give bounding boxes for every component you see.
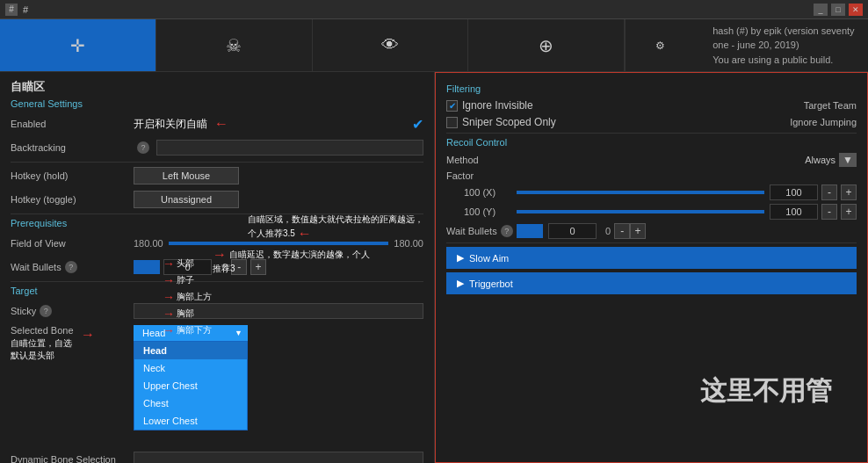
fov-annotation: 自瞄区域，数值越大就代表拉枪的距离越远，个人推荐3.5 ←	[248, 213, 423, 243]
crosshair-icon: ✛	[70, 35, 85, 56]
recoil-x-val[interactable]: 100	[770, 184, 818, 200]
selected-bone-annotation2: 默认是头部	[11, 350, 54, 362]
tab-misc[interactable]: ⊕	[468, 19, 625, 71]
enabled-label: Enabled	[11, 119, 134, 129]
wait-bullets-help-icon[interactable]: ?	[65, 261, 77, 273]
hotkey-toggle-label: Hotkey (toggle)	[11, 194, 134, 205]
sticky-row: Sticky ?	[11, 301, 423, 321]
red-arrow-enabled: ←	[214, 116, 228, 132]
tab-players[interactable]: ☠	[156, 19, 313, 71]
app-icon: #	[5, 4, 18, 16]
filtering-title: Filtering	[446, 83, 857, 94]
slow-aim-arrow-icon: ▶	[457, 252, 464, 264]
bone-cn-labels: → 头部 → 脖子 → 胸部上方 → 胸部	[163, 255, 212, 338]
sticky-label: Sticky ?	[11, 305, 134, 317]
tab-settings[interactable]: ⚙	[625, 19, 695, 71]
minimize-button[interactable]: _	[814, 4, 828, 16]
left-section-label: 自瞄区	[11, 79, 45, 95]
recoil-x-row: 100 (X) 100 - +	[464, 184, 857, 200]
fov-label: Field of View	[11, 238, 134, 249]
sniper-scoped-label: Sniper Scoped Only	[462, 116, 556, 128]
recoil-wait-blue-block	[517, 224, 543, 238]
backtracking-label: Backtracking	[11, 142, 134, 153]
enabled-row: Enabled 开启和关闭自瞄 ← ✔	[11, 114, 423, 134]
recoil-wait-minus[interactable]: -	[614, 223, 630, 239]
window-controls: _ □ ✕	[814, 4, 863, 16]
recoil-wait-stepper: 0	[548, 223, 597, 239]
nav-tabs: ✛ ☠ 👁 ⊕ ⚙ hash (#) by epik (version seve…	[0, 19, 868, 72]
skull-icon: ☠	[226, 35, 242, 56]
recoil-x-slider[interactable]	[517, 191, 764, 194]
recoil-x-minus[interactable]: -	[821, 184, 837, 200]
hash-info: hash (#) by epik (version seventy one - …	[712, 24, 868, 53]
recoil-y-minus[interactable]: -	[821, 204, 837, 220]
recoil-title: Recoil Control	[446, 137, 857, 148]
recoil-wait-plus[interactable]: +	[630, 223, 646, 239]
triggerbot-label: Triggerbot	[469, 279, 513, 289]
big-text-label: 这里不用管	[700, 373, 832, 409]
selected-bone-annotation1: 自瞄位置，自选	[11, 337, 72, 350]
sniper-scoped-item: Sniper Scoped Only	[446, 116, 556, 128]
recoil-x-plus[interactable]: +	[841, 184, 857, 200]
target-team-label: Target Team	[804, 100, 857, 111]
gear-icon: ⚙	[655, 40, 665, 52]
tab-aim[interactable]: ✛	[0, 19, 156, 71]
slow-aim-expand[interactable]: ▶ Slow Aim	[446, 247, 857, 269]
wait-bullets-label: Wait Bullets ?	[11, 261, 134, 273]
selected-bone-row: Selected Bone 自瞄位置，自选 默认是头部 → Head	[11, 325, 423, 362]
maximize-button[interactable]: □	[831, 4, 845, 16]
right-panel: Filtering ✔ Ignore Invisible Target Team…	[435, 72, 868, 463]
bone-annotation-arrow: →	[81, 327, 95, 343]
bone-option-head[interactable]: Head	[134, 342, 247, 359]
recoil-wait-val1[interactable]: 0	[548, 223, 597, 239]
tab-visuals[interactable]: 👁	[313, 19, 469, 71]
recoil-factor-label: Factor	[446, 170, 517, 181]
bone-option-lower-chest[interactable]: Lower Chest	[134, 412, 247, 430]
wait-bullets-annotation: → 自瞄延迟，数字越大演的越像，个人推荐3	[213, 247, 371, 275]
left-panel: 自瞄区 General Settings Enabled 开启和关闭自瞄 ← ✔…	[0, 72, 435, 463]
sniper-scoped-checkbox[interactable]	[446, 117, 458, 128]
hotkey-hold-button[interactable]: Left Mouse	[134, 167, 239, 184]
close-button[interactable]: ✕	[849, 4, 863, 16]
triggerbot-expand[interactable]: ▶ Triggerbot	[446, 272, 857, 294]
slow-aim-label: Slow Aim	[469, 253, 509, 264]
triggerbot-arrow-icon: ▶	[457, 278, 464, 289]
filtering-row1: ✔ Ignore Invisible Target Team	[446, 99, 857, 112]
main-container: ✛ ☠ 👁 ⊕ ⚙ hash (#) by epik (version seve…	[0, 19, 868, 463]
dynamic-bone-row: Dynamic Bone Selection	[11, 450, 423, 463]
enabled-annotation: 开启和关闭自瞄	[134, 117, 207, 132]
backtracking-help-icon[interactable]: ?	[137, 141, 149, 154]
recoil-y-plus[interactable]: +	[841, 204, 857, 220]
eye-icon: 👁	[381, 35, 399, 55]
hotkey-toggle-button[interactable]: Unassigned	[134, 191, 239, 208]
wait-bullets-row: Wait Bullets ? → 自瞄延迟，数字越大演的越像，个人推荐3 0 0…	[11, 257, 423, 277]
bone-option-neck[interactable]: Neck	[134, 359, 247, 377]
title-text: #	[23, 4, 814, 15]
recoil-y-val[interactable]: 100	[770, 204, 818, 220]
plus-circle-icon: ⊕	[539, 35, 553, 56]
general-settings-title: General Settings	[11, 98, 423, 109]
recoil-wait-help-icon[interactable]: ?	[501, 225, 513, 237]
ignore-jumping-label: Ignore Jumping	[790, 117, 857, 127]
sticky-help-icon[interactable]: ?	[40, 305, 52, 317]
header-info: hash (#) by epik (version seventy one - …	[695, 19, 868, 71]
dynamic-bone-label: Dynamic Bone Selection	[11, 454, 134, 463]
ignore-invisible-label: Ignore Invisible	[462, 99, 533, 112]
build-info: You are using a public build.	[712, 53, 868, 68]
recoil-method-label: Method	[446, 155, 517, 165]
recoil-y-slider[interactable]	[517, 210, 764, 213]
ignore-invisible-checkbox[interactable]: ✔	[446, 100, 458, 112]
bone-option-chest[interactable]: Chest	[134, 394, 247, 412]
recoil-method-row: Method Always ▼	[446, 153, 857, 167]
recoil-wait-val2: 0	[605, 226, 611, 236]
recoil-dropdown-arrow[interactable]: ▼	[839, 153, 857, 167]
content-area: 自瞄区 General Settings Enabled 开启和关闭自瞄 ← ✔…	[0, 72, 868, 463]
recoil-y-label: 100 (Y)	[464, 206, 517, 217]
recoil-factor-row: Factor	[446, 170, 857, 181]
checkmark-enabled: ✔	[412, 116, 423, 133]
title-bar: # # _ □ ✕	[0, 0, 868, 19]
recoil-method-value: Always	[805, 155, 835, 165]
hotkey-toggle-row: Hotkey (toggle) Unassigned	[11, 190, 423, 209]
bone-option-upper-chest[interactable]: Upper Chest	[134, 377, 247, 394]
hotkey-hold-row: Hotkey (hold) Left Mouse	[11, 166, 423, 185]
